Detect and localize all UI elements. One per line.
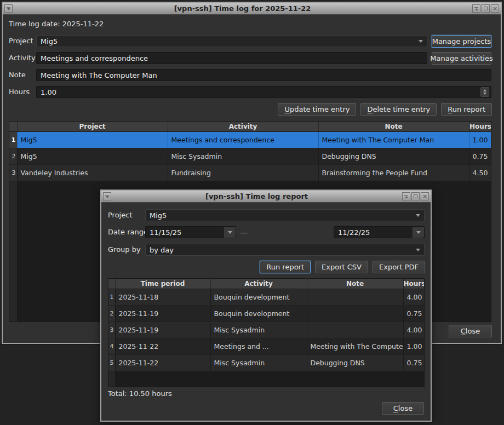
column-header-hours[interactable]: Hours <box>469 122 491 131</box>
window-menu-button[interactable] <box>4 4 13 13</box>
cell-hours: 1.00 <box>403 338 425 354</box>
hours-spinbox[interactable]: 1.00 <box>36 86 491 98</box>
cell-activity: Meetings and correspondence <box>168 131 318 148</box>
table-row[interactable]: 2Mig5Misc SysadminDebugging DNS0.75 <box>9 148 491 164</box>
cell-period: 2025-11-19 <box>115 321 210 338</box>
date-from-dropdown-button[interactable] <box>224 227 236 238</box>
row-number-cell: 4 <box>108 338 115 354</box>
project-combobox[interactable]: Mig5 <box>36 35 427 47</box>
run-report-button[interactable]: Run report <box>441 103 492 116</box>
shade-button[interactable] <box>402 192 410 200</box>
shade-icon <box>404 195 408 198</box>
chevron-down-icon <box>416 231 421 234</box>
update-time-entry-button[interactable]: Update time entry <box>278 103 356 116</box>
report-close-button[interactable]: Close <box>382 402 424 415</box>
column-header-project[interactable]: Project <box>17 122 168 131</box>
date-to-value: 11/22/25 <box>338 228 370 237</box>
cell-activity: Fundraising <box>168 164 318 181</box>
hours-label: Hours <box>9 86 30 98</box>
row-number-cell: 3 <box>9 164 17 181</box>
cell-hours: 1.00 <box>469 131 491 148</box>
close-window-button[interactable]: × <box>421 192 429 200</box>
column-header-activity[interactable]: Activity <box>210 279 307 289</box>
project-combobox-value: Mig5 <box>41 37 58 45</box>
main-close-button[interactable]: Close <box>449 325 492 337</box>
cell-note <box>307 289 403 305</box>
row-number-header <box>9 122 17 131</box>
note-input-value: Meeting with The Computer Man <box>41 71 157 79</box>
column-header-activity[interactable]: Activity <box>168 122 318 131</box>
table-row[interactable]: 12025-11-18Bouquin development4.00 <box>108 289 425 305</box>
cell-activity: Meetings and ... <box>210 338 307 354</box>
note-label: Note <box>9 69 26 81</box>
spin-down-icon <box>483 93 486 95</box>
cell-note: Debugging DNS <box>307 354 403 371</box>
cell-note <box>307 305 403 321</box>
export-pdf-button[interactable]: Export PDF <box>373 261 425 273</box>
chevron-down-icon <box>416 214 420 217</box>
window-menu-button[interactable] <box>103 192 111 200</box>
maximize-icon <box>484 7 488 10</box>
cell-activity: Misc Sysadmin <box>210 354 307 371</box>
table-row[interactable]: 1Mig5Meetings and correspondenceMeeting … <box>9 131 491 148</box>
report-run-report-button[interactable]: Run report <box>260 261 311 273</box>
report-dialog-titlebar[interactable]: [vpn-ssh] Time log report × <box>101 191 431 203</box>
close-window-button[interactable]: × <box>491 4 499 13</box>
table-row[interactable]: 3Vandeley IndustriesFundraisingBrainstor… <box>9 164 491 181</box>
row-number-cell: 1 <box>108 289 115 305</box>
activity-input[interactable]: Meetings and correspondence <box>36 52 427 64</box>
table-row[interactable]: 52025-11-22Misc SysadminDebugging DNS0.7… <box>108 354 425 371</box>
row-number-cell: 5 <box>108 354 115 371</box>
column-header-note[interactable]: Note <box>318 122 469 131</box>
main-window-title: [vpn-ssh] Time log for 2025-11-22 <box>13 4 472 13</box>
cell-project: Vandeley Industries <box>17 164 168 181</box>
project-label: Project <box>9 35 33 47</box>
chevron-down-icon <box>416 249 420 251</box>
column-header-note[interactable]: Note <box>307 279 403 289</box>
cell-hours: 0.75 <box>403 305 425 321</box>
column-header-time-period[interactable]: Time period <box>115 279 210 289</box>
table-row[interactable]: 42025-11-22Meetings and ...Meeting with … <box>108 338 425 354</box>
cell-hours: 4.00 <box>403 321 425 338</box>
report-table: Time period Activity Note Hours 12025-11… <box>108 278 425 387</box>
table-row[interactable]: 22025-11-19Bouquin development0.75 <box>108 305 425 321</box>
group-by-value: by day <box>150 246 174 254</box>
close-icon: × <box>492 5 497 12</box>
window-menu-icon <box>105 195 109 198</box>
cell-note: Brainstorming the People Fund <box>318 164 469 181</box>
delete-time-entry-button[interactable]: Delete time entry <box>360 103 437 116</box>
main-window-titlebar[interactable]: [vpn-ssh] Time log for 2025-11-22 × <box>3 3 501 15</box>
manage-projects-button[interactable]: Manage projects <box>432 35 491 48</box>
date-from-value: 11/15/25 <box>150 228 181 237</box>
export-csv-button[interactable]: Export CSV <box>315 261 368 273</box>
group-by-combobox[interactable]: by day <box>145 244 425 256</box>
hours-stepper[interactable] <box>480 87 489 97</box>
date-to-dropdown-button[interactable] <box>412 227 424 238</box>
table-row[interactable]: 32025-11-19Misc Sysadmin4.00 <box>108 321 425 338</box>
chevron-down-icon <box>228 231 232 234</box>
cell-activity: Bouquin development <box>210 289 307 305</box>
shade-button[interactable] <box>472 4 480 13</box>
activity-input-value: Meetings and correspondence <box>41 54 148 62</box>
note-input[interactable]: Meeting with The Computer Man <box>36 69 491 81</box>
cell-activity: Misc Sysadmin <box>168 148 318 164</box>
manage-activities-button[interactable]: Manage activities <box>432 52 491 65</box>
total-hours-text: Total: 10.50 hours <box>108 389 172 398</box>
cell-project: Mig5 <box>17 131 168 148</box>
spin-up-icon <box>483 89 486 91</box>
window-menu-icon <box>7 7 10 10</box>
report-project-combobox[interactable]: Mig5 <box>145 209 425 221</box>
maximize-button[interactable] <box>482 4 490 13</box>
group-by-label: Group by <box>108 244 141 256</box>
row-number-cell: 2 <box>9 148 17 164</box>
cell-hours: 0.75 <box>469 148 491 164</box>
date-range-label: Date range <box>108 226 148 238</box>
date-to-combobox[interactable]: 11/22/25 <box>334 226 425 238</box>
activity-label: Activity <box>9 52 36 64</box>
row-number-cell: 2 <box>108 305 115 321</box>
date-from-combobox[interactable]: 11/15/25 <box>145 226 236 238</box>
column-header-hours[interactable]: Hours <box>403 279 425 289</box>
maximize-button[interactable] <box>411 192 420 200</box>
row-number-cell: 1 <box>9 131 17 148</box>
report-dialog-title: [vpn-ssh] Time log report <box>111 192 402 200</box>
